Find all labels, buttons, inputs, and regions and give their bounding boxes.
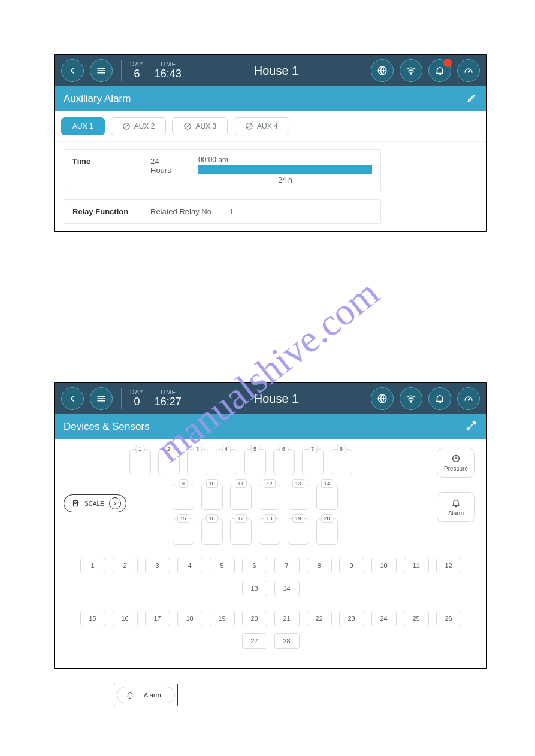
disabled-icon xyxy=(183,122,192,130)
relay-button[interactable]: 26 xyxy=(436,611,461,626)
device-slot[interactable]: 17 xyxy=(230,518,252,545)
day-time-block: DAY 6 TIME 16:43 xyxy=(130,61,182,80)
time-card: Time 24 Hours 00:00 am 24 h xyxy=(64,149,381,192)
alarm-chip[interactable]: Alarm xyxy=(117,687,175,703)
device-number: 20 xyxy=(321,514,333,523)
device-slot[interactable]: 15 xyxy=(173,518,194,545)
alarm-button[interactable] xyxy=(428,387,451,410)
relay-button[interactable]: 25 xyxy=(404,611,429,626)
relay-button[interactable]: 4 xyxy=(177,558,202,573)
tab-aux-3[interactable]: AUX 3 xyxy=(172,117,228,135)
pressure-device[interactable]: Pressure xyxy=(437,448,475,478)
relay-button[interactable]: 14 xyxy=(274,581,300,596)
device-slot[interactable]: 6 xyxy=(273,449,295,475)
device-slot[interactable]: 14 xyxy=(316,484,338,510)
relay-button[interactable]: 2 xyxy=(113,558,138,573)
settings-button[interactable] xyxy=(466,420,477,435)
menu-button[interactable] xyxy=(90,387,113,410)
relay-button[interactable]: 13 xyxy=(242,581,267,596)
device-slot[interactable]: 18 xyxy=(259,518,280,545)
relay-button[interactable]: 23 xyxy=(339,611,364,626)
device-number: 12 xyxy=(263,479,275,488)
relay-button[interactable]: 21 xyxy=(274,611,300,626)
gauge-button[interactable] xyxy=(457,387,480,410)
svg-point-22 xyxy=(74,502,77,504)
relay-button[interactable]: 16 xyxy=(113,611,138,626)
back-button[interactable] xyxy=(61,387,84,410)
relay-button[interactable]: 12 xyxy=(436,558,461,573)
pressure-label: Pressure xyxy=(444,466,468,472)
relay-button[interactable]: 19 xyxy=(210,611,235,626)
relay-button[interactable]: 9 xyxy=(339,558,364,573)
tab-aux-4[interactable]: AUX 4 xyxy=(234,117,289,135)
wifi-icon xyxy=(406,65,416,76)
globe-icon xyxy=(377,65,388,76)
day-col: DAY 6 xyxy=(130,61,144,80)
time-label: TIME xyxy=(159,61,176,68)
time-slider[interactable]: 00:00 am 24 h xyxy=(198,157,372,184)
scale-button[interactable]: SCALE › xyxy=(64,494,126,512)
relay-button[interactable]: 15 xyxy=(80,611,105,626)
relay-button[interactable]: 20 xyxy=(242,611,267,626)
device-slot[interactable]: 3 xyxy=(187,449,208,475)
scale-icon xyxy=(71,499,80,508)
device-number: 10 xyxy=(205,479,217,488)
device-slot[interactable]: 7 xyxy=(302,449,324,475)
alarm-device[interactable]: Alarm xyxy=(437,492,475,522)
device-number: 13 xyxy=(292,479,304,488)
relay-button[interactable]: 5 xyxy=(210,558,235,573)
chevron-right-icon: › xyxy=(109,497,121,509)
tab-aux-2[interactable]: AUX 2 xyxy=(111,117,167,135)
device-slot[interactable]: 10 xyxy=(201,484,223,510)
device-number: 4 xyxy=(222,445,231,453)
panel-devices-sensors: DAY0 TIME16:27 House 1 Devices & Sensors xyxy=(54,382,487,669)
device-slot[interactable]: 4 xyxy=(216,449,237,475)
device-slot[interactable]: 9 xyxy=(173,484,194,510)
relay-button[interactable]: 8 xyxy=(307,558,332,573)
device-number: 11 xyxy=(234,479,246,488)
device-slot[interactable]: 5 xyxy=(244,449,266,475)
svg-point-18 xyxy=(410,402,412,403)
menu-button[interactable] xyxy=(90,59,113,82)
device-number: 18 xyxy=(263,514,275,523)
relay-button[interactable]: 10 xyxy=(371,558,397,573)
device-slot[interactable]: 13 xyxy=(288,484,309,510)
relay-button[interactable]: 24 xyxy=(371,611,397,626)
wifi-button[interactable] xyxy=(400,59,422,82)
device-slot[interactable]: 2 xyxy=(158,449,180,475)
device-number: 6 xyxy=(279,445,288,453)
alarm-button[interactable] xyxy=(428,59,451,82)
wifi-button[interactable] xyxy=(400,387,422,410)
back-button[interactable] xyxy=(61,59,84,82)
device-slot[interactable]: 11 xyxy=(230,484,252,510)
globe-button[interactable] xyxy=(371,387,394,410)
relay-button[interactable]: 18 xyxy=(177,611,202,626)
relay-value: 1 xyxy=(229,207,234,216)
device-grid: 1234567891011121314151617181920 xyxy=(64,449,477,545)
relay-button[interactable]: 1 xyxy=(80,558,105,573)
relay-button[interactable]: 11 xyxy=(404,558,429,573)
relay-button[interactable]: 17 xyxy=(145,611,170,626)
globe-button[interactable] xyxy=(371,59,394,82)
bell-icon xyxy=(434,65,445,76)
device-slot[interactable]: 12 xyxy=(259,484,280,510)
day-label: DAY xyxy=(130,389,144,396)
relay-button[interactable]: 22 xyxy=(307,611,332,626)
relay-button[interactable]: 28 xyxy=(274,633,300,649)
edit-button[interactable] xyxy=(467,92,477,106)
panel-auxiliary-alarm: DAY 6 TIME 16:43 House 1 xyxy=(54,54,487,232)
device-slot[interactable]: 1 xyxy=(129,449,151,475)
wifi-icon xyxy=(406,393,416,404)
relay-button[interactable]: 7 xyxy=(274,558,300,573)
slider-bar xyxy=(198,165,372,174)
relay-field-label: Related Relay No xyxy=(150,207,211,216)
device-slot[interactable]: 16 xyxy=(201,518,223,545)
relay-button[interactable]: 27 xyxy=(242,633,267,649)
gauge-button[interactable] xyxy=(457,59,480,82)
relay-button[interactable]: 3 xyxy=(145,558,170,573)
device-slot[interactable]: 20 xyxy=(316,518,338,545)
device-slot[interactable]: 8 xyxy=(331,449,352,475)
tab-aux-1[interactable]: AUX 1 xyxy=(61,117,105,135)
relay-button[interactable]: 6 xyxy=(242,558,267,573)
device-slot[interactable]: 19 xyxy=(288,518,309,545)
